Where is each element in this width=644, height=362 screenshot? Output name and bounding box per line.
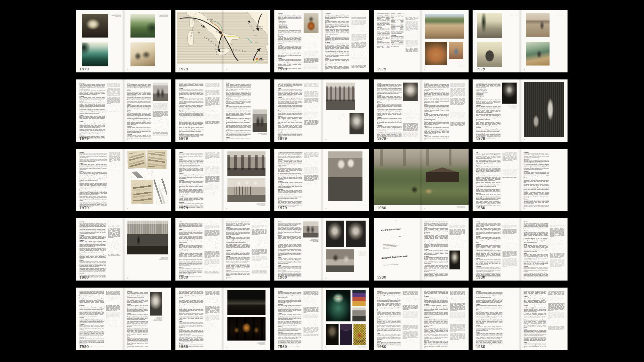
footnote-text-column: [5] еделю. Надо решать с картиной, сроки…: [304, 43, 319, 69]
spread-diary-four-columns-a[interactable]: 1 июняно. Говорили о фильме, о монтаже, …: [175, 218, 270, 281]
year-label: 1979: [278, 206, 287, 210]
spread-diary-film-stills[interactable]: 22 марта новостей никаких нет, обещали о…: [274, 218, 369, 281]
stalker-poster-color: [352, 290, 366, 306]
spread-diary-closing-text[interactable]: 20 декабрярез неделю. Надо решать с карт…: [473, 288, 568, 350]
photo-caption: стей никаких нет, обыли в горах, смотрел…: [303, 239, 319, 242]
spread-diary-auditorium[interactable]: 20 декабряонил в Москву, новостей никаки…: [76, 218, 171, 281]
right-page: 12 апрелятой, ветер с моря, холодно и ти…: [520, 218, 568, 281]
polaroid-room-photo: [82, 14, 108, 38]
spread-stalker-posters[interactable]: 3 сентябряли ответить через неделю. Надо…: [274, 288, 369, 350]
left-page: 3МАРТИРОЛОГначата 22 апреля 1980 года,не…: [374, 218, 421, 281]
stalker-poster-dark: [326, 324, 338, 345]
spread-diary-two-men-photo[interactable]: 20 декабряру до темноты, плёнка кончилас…: [76, 79, 171, 142]
right-page: 22 марта плёнка кончилась, настроение ск…: [223, 79, 270, 142]
spread-dacha-full-bleed[interactable]: 1980ли натуру до темнотыой, сроки горят,…: [374, 149, 469, 211]
spread-diary-father-son[interactable]: ё не подписан. Читал весь вечер, устал, …: [274, 149, 369, 211]
polaroid-cemetery-photo: [477, 13, 502, 38]
polaroid-bed-photo: [130, 43, 155, 66]
handwritten-note: начата 22 апреля 1980 года,не законченны…: [383, 242, 412, 249]
left-page: 1979: [175, 10, 223, 72]
manuscript-page-number: 3: [395, 220, 396, 222]
left-page: 28 февраля, обо всём сразу. Деньги за ра…: [374, 288, 421, 350]
right-page: рели место для съёмок, свет удивительный…: [520, 288, 568, 350]
year-label: 1979: [178, 67, 188, 71]
right-page: чер, устал, спал плохо. Были в горах, см…: [421, 218, 469, 281]
left-page: Встречались с итальянцами, обсуждали сме…: [175, 79, 223, 142]
spread-diary-text-small-photo[interactable]: Встречались с итальянцами, обсуждали сме…: [175, 79, 270, 142]
spread-diary-palace-photos[interactable]: 1 августаоме и о деньгах. Утром приехали…: [175, 149, 270, 211]
year-label: 1979: [79, 67, 89, 71]
bw-office-desk-photo: [326, 249, 354, 272]
spread-diary-four-columns-b[interactable]: 28 февраля, обо всём сразу. Деньги за ра…: [374, 288, 469, 350]
bw-woman-portrait-photo: [150, 292, 162, 316]
diary-text-column: 8 сентябрях. Утром приехали, город пусто…: [523, 152, 549, 208]
spread-diary-text-only-a[interactable]: 8 маяо сне дом и сад, проснулся с тяжёлы…: [473, 149, 568, 211]
spread-diary-text-only-b[interactable]: 2 октября тяжёлым сердцем. Погода испорт…: [473, 218, 568, 281]
diary-text-column: 2 октябрялать в конце месяца. Видел во с…: [377, 82, 401, 138]
polaroid-cliff-photo: [526, 42, 549, 66]
footnote-text-column: [28] е скверное. Звонил в Москву, новост…: [205, 152, 219, 195]
spread-diary-guerra-portrait[interactable]: 3 сентября. Снимали натуру до темноты, п…: [274, 10, 369, 72]
diary-text-column: 2 февраляесяца. Видел во сне дом и сад, …: [79, 152, 107, 208]
left-page: ал плохо. Были в горах, смотрели место д…: [76, 288, 124, 350]
page-number: 35: [127, 208, 128, 209]
handwriting-lines: [153, 178, 168, 204]
spread-polaroids-room-coast[interactable]: с картиной, сроки горсал письма, день пр…: [76, 10, 171, 72]
stalker-poster-bw: [352, 308, 366, 321]
right-page: ь с итальянцами, обсуж и о деньгах. Утро…: [223, 149, 270, 211]
stalker-poster-purple: STALKER: [340, 324, 352, 345]
footnote-text-column: [7] Читал весь вечер, устал, спал плохо.…: [108, 221, 120, 256]
year-label: 1980: [476, 345, 485, 349]
spread-diary-hilltown-photos[interactable]: ботать нельзя. Встречались с итальянцами…: [374, 10, 469, 72]
photo-caption: ли натуру до теой, сроки горят, ама, ден…: [504, 13, 517, 18]
spread-diary-mother-portrait[interactable]: 2 октябрялать в конце месяца. Видел во с…: [374, 79, 469, 142]
diary-text-column: ал плохо. Были в горах, смотрели место д…: [79, 291, 104, 347]
left-page: й, сроки горят, а договор всё не подписа…: [274, 79, 322, 142]
spread-diary-manuscript-scraps[interactable]: 2 февраляесяца. Видел во сне дом и сад, …: [76, 149, 171, 211]
page-number: 39: [325, 208, 326, 209]
left-page: ботать нельзя. Встречались с итальянцами…: [374, 10, 421, 72]
page-number: 53: [523, 278, 524, 279]
footnote-text-column: [22] ась, настроение скверное. Звонил в …: [450, 82, 465, 126]
spread-diary-stage-photo[interactable]: , а договор всё не подписан. Читал весь …: [473, 79, 568, 142]
map-route-legend: потом долгол в Москву, новосгорах, смотр…: [256, 58, 269, 64]
spread-polaroids-cemetery-travel[interactable]: ли натуру до теой, сроки горят, ама, ден…: [473, 10, 568, 72]
left-page: с картиной, сроки горсал письма, день пр…: [76, 10, 124, 72]
left-page: 1980: [374, 149, 421, 211]
handwriting-lines: [130, 171, 153, 179]
right-page: 1 июняок, свет удивительный. Писал письм…: [124, 79, 171, 142]
handwritten-scrap: [146, 150, 166, 169]
photo-caption: оме и о деньгах. Утром Москву, новостспа…: [451, 62, 465, 66]
diary-text-column: 28 февраляместо для съёмок, свет удивите…: [325, 13, 349, 69]
page-number: 63: [523, 347, 524, 348]
photo-caption: . Надо решать с каривительный. Писал пис…: [157, 14, 168, 17]
diary-text-column: 1 июняок, свет удивительный. Писал письм…: [127, 82, 151, 138]
left-page: 8 маяо сне дом и сад, проснулся с тяжёлы…: [473, 149, 520, 211]
diary-text-column: рели место для съёмок, свет удивительный…: [523, 291, 546, 347]
hilltown-panorama-photo: [425, 14, 464, 39]
stalker-poster-yellow: [353, 324, 366, 345]
footnote-text-column: [11] али, город пустой, ветер с моря, хо…: [252, 221, 267, 274]
handwritten-scrap: [127, 150, 146, 169]
diary-text-column: ботать нельзя. Встречались с итальянцами…: [377, 13, 403, 69]
year-label: 1980: [79, 345, 89, 349]
spread-martyrolog-title-page[interactable]: 3МАРТИРОЛОГначата 22 апреля 1980 года,не…: [374, 218, 469, 281]
spread-diary-family-group[interactable]: й, сроки горят, а договор всё не подписа…: [274, 79, 369, 142]
diary-text-column: ьше. Вечером работали над сценарием, пот…: [424, 291, 448, 347]
footnote-text-column: [23] оря, холодно и тихо. Снимали натуру…: [205, 291, 219, 330]
polaroid-hillside-photo: [130, 14, 155, 38]
diary-text-column: й, сроки горят, а договор всё не подписа…: [278, 82, 303, 138]
right-page: ли натуру до теой, сроки горят, ама, ден…: [520, 10, 568, 72]
diary-text-column: 8 маяо сне дом и сад, проснулся с тяжёлы…: [476, 152, 501, 208]
spread-italy-route-map[interactable]: ROMA NAPOLI PALERMO SICILIA CORSICA SARD…: [175, 10, 270, 72]
footnote-text-column: [13] у обещали прислать в конце месяца. …: [153, 103, 168, 136]
year-label: 1979: [377, 67, 386, 71]
martyrolog-handwritten-title: МАРТИРОЛОГ: [380, 227, 414, 232]
spread-diary-woman-portrait[interactable]: ал плохо. Были в горах, смотрели место д…: [76, 288, 171, 350]
page-number: 15: [127, 69, 128, 70]
footnote-text-column: [27] ортилась, дождь, работать нельзя. В…: [402, 291, 418, 343]
spread-diary-dark-stills[interactable]: другую, поменьше. Вечером работали над с…: [175, 288, 270, 350]
page-number: 55: [127, 347, 128, 348]
diary-text-column: Встречались с итальянцами, обсуждали сме…: [178, 82, 203, 138]
photo-caption: с картиной, сроки горсал письма, день пр…: [110, 14, 121, 17]
